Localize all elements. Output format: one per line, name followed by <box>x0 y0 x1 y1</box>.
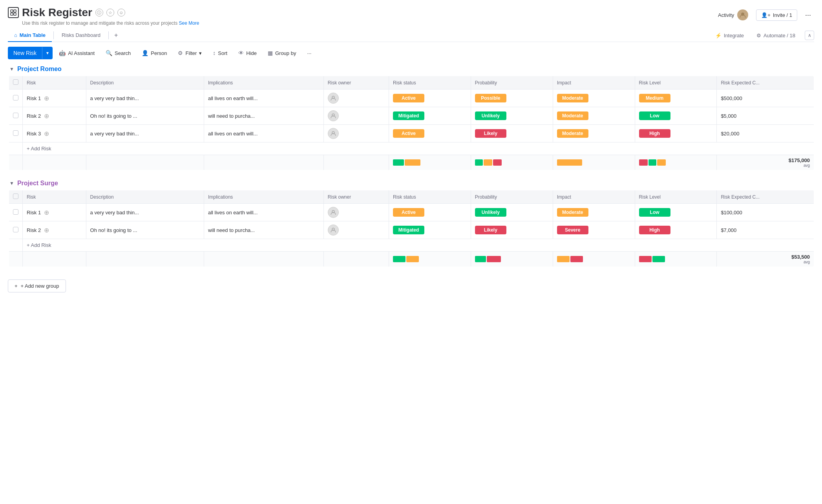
add-new-group-button[interactable]: + + Add new group <box>8 279 66 292</box>
add-risk-label[interactable]: + Add Risk <box>23 142 814 155</box>
add-subitem-icon[interactable]: ⊕ <box>44 226 49 234</box>
add-risk-row[interactable]: + Add Risk <box>9 239 814 252</box>
col-status: Risk status <box>389 190 471 204</box>
tab-main-table[interactable]: ⌂ Main Table <box>8 29 52 42</box>
group-surge-title[interactable]: Project Surge <box>17 180 58 187</box>
level-badge[interactable]: Low <box>639 111 670 120</box>
add-risk-label[interactable]: + Add Risk <box>23 239 814 252</box>
level-cell: High <box>635 221 717 239</box>
sort-button[interactable]: ↕ Sort <box>208 47 232 59</box>
collapse-button[interactable]: ∧ <box>805 31 814 40</box>
col-risk: Risk <box>23 76 86 89</box>
header-right: Activity 👤+ Invite / 1 ··· <box>715 8 814 22</box>
new-risk-button[interactable]: New Risk ▾ <box>8 47 53 59</box>
probability-badge[interactable]: Unlikely <box>475 208 506 217</box>
star-icon[interactable]: ☆ <box>106 9 114 16</box>
row-checkbox[interactable] <box>13 95 18 100</box>
risk-name-cell: Risk 3 ⊕ <box>23 125 86 142</box>
filter-dropdown-icon: ▾ <box>199 50 202 56</box>
add-subitem-icon[interactable]: ⊕ <box>44 112 49 120</box>
integrate-button[interactable]: ⚡ Integrate <box>712 31 747 40</box>
level-cell: Low <box>635 204 717 221</box>
col-implications: Implications <box>204 190 323 204</box>
risk-name: Risk 1 <box>27 95 41 101</box>
select-all-checkbox[interactable] <box>13 79 18 85</box>
impact-badge[interactable]: Moderate <box>557 94 588 102</box>
level-badge[interactable]: High <box>639 129 670 138</box>
person-icon: 👤 <box>142 50 148 56</box>
toolbar: New Risk ▾ 🤖 AI Assistant 🔍 Search 👤 Per… <box>8 42 814 62</box>
probability-badge[interactable]: Likely <box>475 226 506 234</box>
status-cell: Active <box>389 125 471 142</box>
surge-summary-row: $53,500 avg <box>9 252 814 267</box>
cost-summary: $53,500 avg <box>717 252 814 267</box>
more-toolbar-button[interactable]: ··· <box>302 47 316 59</box>
impact-cell: Severe <box>553 221 635 239</box>
probability-badge[interactable]: Unlikely <box>475 111 506 120</box>
tab-risks-dashboard[interactable]: Risks Dashboard <box>55 29 107 42</box>
level-badge[interactable]: Low <box>639 208 670 217</box>
implications-cell: all lives on earth will... <box>204 89 323 107</box>
level-badge[interactable]: High <box>639 226 670 234</box>
group-by-button[interactable]: ▦ Group by <box>263 47 301 59</box>
impact-badge[interactable]: Moderate <box>557 129 588 138</box>
description-cell: Oh no! its going to ... <box>86 221 204 239</box>
person-button[interactable]: 👤 Person <box>137 47 172 59</box>
add-risk-row[interactable]: + Add Risk <box>9 142 814 155</box>
status-badge[interactable]: Active <box>393 94 424 102</box>
invite-button[interactable]: 👤+ Invite / 1 <box>756 9 797 21</box>
row-checkbox[interactable] <box>13 113 18 118</box>
row-checkbox[interactable] <box>13 227 18 232</box>
status-badge[interactable]: Mitigated <box>393 111 424 120</box>
add-subitem-icon[interactable]: ⊕ <box>44 209 49 216</box>
select-all-checkbox[interactable] <box>13 194 18 199</box>
group-surge-toggle[interactable]: ▼ <box>9 181 14 186</box>
row-checkbox[interactable] <box>13 130 18 136</box>
automate-button[interactable]: ⚙ Automate / 18 <box>753 31 798 40</box>
emoji-icon[interactable]: ☺ <box>117 9 125 16</box>
activity-button[interactable]: Activity <box>715 8 751 22</box>
status-badge[interactable]: Mitigated <box>393 226 424 234</box>
filter-button[interactable]: ⚙ Filter ▾ <box>173 47 206 59</box>
bar-unlikely <box>475 256 486 262</box>
add-subitem-icon[interactable]: ⊕ <box>44 130 49 137</box>
filter-icon: ⚙ <box>178 50 183 56</box>
search-icon: 🔍 <box>106 50 112 56</box>
level-summary <box>635 252 717 267</box>
expected-cost-cell: $500,000 <box>717 89 814 107</box>
new-risk-dropdown-arrow[interactable]: ▾ <box>42 47 53 59</box>
probability-badge[interactable]: Likely <box>475 129 506 138</box>
impact-badge[interactable]: Moderate <box>557 111 588 120</box>
owner-avatar[interactable] <box>328 128 339 139</box>
level-badge[interactable]: Medium <box>639 94 670 102</box>
row-checkbox[interactable] <box>13 209 18 215</box>
add-subitem-icon[interactable]: ⊕ <box>44 95 49 102</box>
group-romeo-title[interactable]: Project Romeo <box>17 66 62 73</box>
impact-badge[interactable]: Severe <box>557 226 588 234</box>
group-romeo-toggle[interactable]: ▼ <box>9 66 14 72</box>
status-badge[interactable]: Active <box>393 208 424 217</box>
hide-button[interactable]: 👁 Hide <box>234 47 261 59</box>
romeo-header-row: Risk Description Implications Risk owner… <box>9 76 814 89</box>
implications-cell: all lives on earth will... <box>204 204 323 221</box>
info-icon[interactable]: ⓘ <box>95 9 103 16</box>
impact-badge[interactable]: Moderate <box>557 208 588 217</box>
ai-assistant-button[interactable]: 🤖 AI Assistant <box>54 47 99 59</box>
table-row: Risk 1 ⊕ a very very bad thin... all liv… <box>9 204 814 221</box>
add-tab-button[interactable]: + <box>110 29 122 41</box>
owner-avatar[interactable] <box>328 207 339 218</box>
col-probability: Probability <box>471 190 553 204</box>
owner-avatar[interactable] <box>328 93 339 104</box>
col-expected-cost: Risk Expected C... <box>717 76 814 89</box>
romeo-table: Risk Description Implications Risk owner… <box>8 76 814 170</box>
expected-cost-cell: $5,000 <box>717 107 814 125</box>
owner-avatar[interactable] <box>328 225 339 236</box>
bar-low <box>648 159 656 166</box>
probability-badge[interactable]: Possible <box>475 94 506 102</box>
see-more-link[interactable]: See More <box>179 20 199 26</box>
search-button[interactable]: 🔍 Search <box>101 47 135 59</box>
status-badge[interactable]: Active <box>393 129 424 138</box>
more-options-button[interactable]: ··· <box>802 9 814 21</box>
owner-avatar[interactable] <box>328 110 339 121</box>
bar-severe <box>570 256 583 262</box>
